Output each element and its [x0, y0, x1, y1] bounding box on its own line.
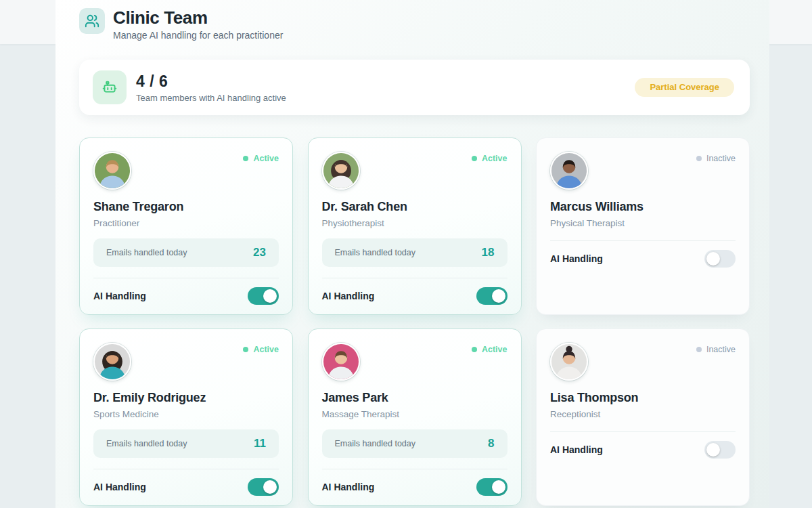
- team-grid: Active Shane Tregaron Practitioner Email…: [79, 137, 750, 506]
- emails-stat-value: 8: [488, 437, 494, 450]
- divider: [93, 278, 279, 278]
- status-dot-icon: [696, 156, 702, 161]
- team-member-card: Active Dr. Sarah Chen Physiotherapist Em…: [308, 137, 522, 315]
- active-count: 4 / 6: [136, 72, 635, 91]
- member-role: Physical Therapist: [550, 218, 736, 228]
- page-title: Clinic Team: [113, 8, 283, 28]
- ai-handling-label: AI Handling: [322, 482, 375, 492]
- emails-stat: Emails handled today 8: [322, 429, 508, 458]
- team-member-card: Active James Park Massage Therapist Emai…: [308, 329, 522, 506]
- ai-handling-label: AI Handling: [322, 291, 375, 301]
- toggle-knob: [706, 443, 720, 457]
- member-role: Sports Medicine: [93, 409, 279, 419]
- active-count-label: Team members with AI handling active: [136, 93, 635, 103]
- emails-stat-label: Emails handled today: [106, 439, 187, 448]
- divider: [322, 469, 508, 469]
- emails-stat: Emails handled today 11: [93, 429, 279, 458]
- emails-stat-value: 11: [254, 437, 266, 450]
- divider: [93, 469, 279, 469]
- member-role: Massage Therapist: [322, 409, 508, 419]
- coverage-summary-card: 4 / 6 Team members with AI handling acti…: [79, 60, 750, 115]
- status-label: Active: [482, 154, 508, 163]
- member-role: Physiotherapist: [322, 218, 508, 228]
- status-dot-icon: [243, 347, 248, 352]
- main-container: Clinic Team Manage AI handling for each …: [55, 0, 769, 508]
- member-name: Dr. Sarah Chen: [322, 200, 508, 214]
- status-label: Active: [253, 154, 279, 163]
- ai-handling-label: AI Handling: [93, 291, 146, 301]
- status-badge: Active: [243, 345, 279, 354]
- ai-handling-toggle[interactable]: [704, 441, 736, 459]
- avatar: [93, 343, 131, 381]
- emails-stat: Emails handled today 23: [93, 238, 279, 267]
- emails-stat-label: Emails handled today: [335, 439, 416, 448]
- member-name: Shane Tregaron: [93, 200, 279, 214]
- avatar: [93, 152, 131, 190]
- member-name: James Park: [322, 391, 508, 405]
- team-member-card: Active Dr. Emily Rodriguez Sports Medici…: [79, 329, 293, 506]
- avatar: [322, 343, 360, 381]
- status-label: Inactive: [706, 154, 736, 163]
- member-name: Lisa Thompson: [550, 391, 736, 405]
- status-dot-icon: [696, 347, 702, 352]
- ai-handling-toggle[interactable]: [704, 250, 736, 268]
- robot-icon: [93, 70, 127, 104]
- ai-handling-label: AI Handling: [93, 482, 146, 492]
- toggle-knob: [706, 252, 720, 266]
- emails-stat-value: 23: [253, 246, 266, 259]
- page-subtitle: Manage AI handling for each practitioner: [113, 30, 283, 41]
- ai-handling-toggle[interactable]: [248, 478, 279, 496]
- ai-handling-toggle[interactable]: [476, 478, 508, 496]
- status-label: Inactive: [706, 345, 736, 354]
- users-icon: [79, 8, 105, 34]
- emails-stat-value: 18: [482, 246, 495, 259]
- team-member-card: Active Shane Tregaron Practitioner Email…: [79, 137, 293, 315]
- member-name: Marcus Williams: [550, 200, 736, 214]
- coverage-status-badge: Partial Coverage: [635, 78, 734, 97]
- status-label: Active: [253, 345, 279, 354]
- emails-stat-label: Emails handled today: [335, 248, 416, 257]
- status-badge: Inactive: [696, 154, 736, 163]
- toggle-knob: [492, 289, 505, 303]
- status-dot-icon: [472, 156, 477, 161]
- status-badge: Active: [472, 345, 508, 354]
- team-member-card: Inactive Lisa Thompson Receptionist AI H…: [536, 329, 750, 506]
- page-header: Clinic Team Manage AI handling for each …: [79, 8, 283, 41]
- status-dot-icon: [243, 156, 248, 161]
- status-label: Active: [482, 345, 508, 354]
- ai-handling-toggle[interactable]: [476, 287, 508, 305]
- avatar: [550, 343, 588, 381]
- status-badge: Inactive: [696, 345, 736, 354]
- member-role: Receptionist: [550, 409, 736, 419]
- ai-handling-toggle[interactable]: [248, 287, 279, 305]
- toggle-knob: [263, 289, 277, 303]
- ai-handling-label: AI Handling: [550, 444, 603, 455]
- emails-stat: Emails handled today 18: [322, 238, 508, 267]
- avatar: [322, 152, 360, 190]
- status-dot-icon: [472, 347, 477, 352]
- member-role: Practitioner: [93, 218, 279, 228]
- emails-stat-label: Emails handled today: [106, 248, 187, 257]
- divider: [550, 431, 736, 432]
- toggle-knob: [263, 480, 277, 494]
- ai-handling-label: AI Handling: [550, 253, 603, 264]
- divider: [322, 278, 508, 278]
- status-badge: Active: [243, 154, 279, 163]
- avatar: [550, 152, 588, 190]
- member-name: Dr. Emily Rodriguez: [93, 391, 279, 405]
- team-member-card: Inactive Marcus Williams Physical Therap…: [536, 137, 750, 315]
- status-badge: Active: [472, 154, 508, 163]
- divider: [550, 240, 736, 241]
- toggle-knob: [492, 480, 505, 494]
